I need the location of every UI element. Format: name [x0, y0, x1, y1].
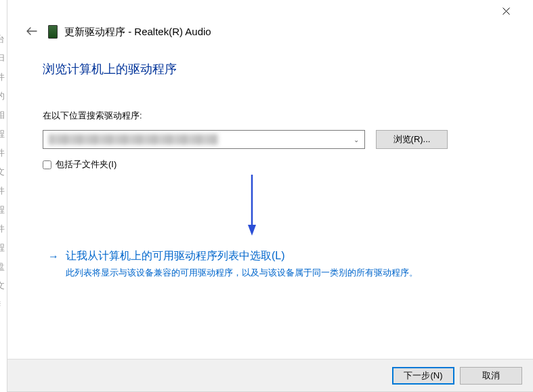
option-title[interactable]: 让我从计算机上的可用驱动程序列表中选取(L)	[66, 249, 500, 263]
option-description: 此列表将显示与该设备兼容的可用驱动程序，以及与该设备属于同一类别的所有驱动程序。	[66, 266, 500, 280]
chevron-down-icon: ⌄	[354, 136, 359, 144]
dialog-body: 浏览计算机上的驱动程序 在以下位置搜索驱动程序: ⌄ 浏览(R)... 包括子文…	[43, 61, 500, 171]
right-arrow-icon: →	[48, 249, 59, 280]
browse-button[interactable]: 浏览(R)...	[376, 130, 448, 149]
path-combobox[interactable]: ⌄	[43, 130, 365, 149]
dialog-header: 更新驱动程序 - Realtek(R) Audio	[22, 24, 211, 39]
update-driver-dialog: 更新驱动程序 - Realtek(R) Audio 浏览计算机上的驱动程序 在以…	[7, 0, 533, 392]
back-arrow-icon	[26, 27, 37, 35]
dialog-footer: 下一步(N) 取消	[7, 359, 533, 391]
dialog-title: 更新驱动程序 - Realtek(R) Audio	[64, 26, 211, 39]
path-value-blurred	[49, 134, 218, 145]
cancel-button[interactable]: 取消	[460, 367, 522, 385]
page-heading: 浏览计算机上的驱动程序	[43, 61, 500, 77]
svg-marker-3	[248, 225, 256, 236]
search-location-label: 在以下位置搜索驱动程序:	[43, 110, 500, 122]
next-button[interactable]: 下一步(N)	[392, 367, 454, 385]
back-button[interactable]	[22, 24, 41, 39]
pick-from-list-option[interactable]: → 让我从计算机上的可用驱动程序列表中选取(L) 此列表将显示与该设备兼容的可用…	[48, 249, 500, 280]
close-button[interactable]	[492, 3, 519, 19]
option-text: 让我从计算机上的可用驱动程序列表中选取(L) 此列表将显示与该设备兼容的可用驱动…	[66, 249, 500, 280]
include-subfolders-row[interactable]: 包括子文件夹(I)	[43, 158, 500, 171]
device-icon	[48, 25, 58, 39]
annotation-arrow	[248, 175, 256, 236]
background-window-edge: 台归件的相 程件文件程 件程盘文#	[0, 30, 7, 314]
path-row: ⌄ 浏览(R)...	[43, 130, 500, 149]
include-subfolders-checkbox[interactable]	[43, 160, 51, 169]
include-subfolders-label: 包括子文件夹(I)	[56, 158, 116, 171]
close-icon	[503, 7, 510, 15]
